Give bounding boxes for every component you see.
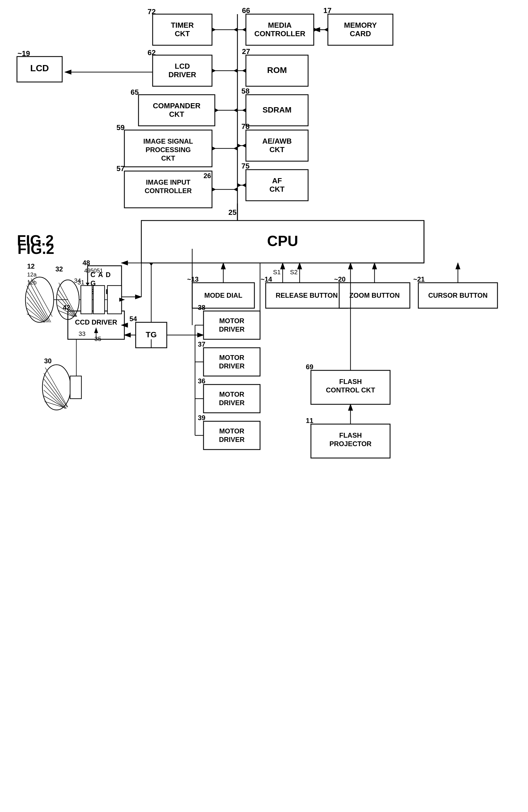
svg-line-184 <box>59 283 77 317</box>
svg-text:~19: ~19 <box>17 49 30 58</box>
svg-line-212 <box>45 402 63 407</box>
svg-text:MEDIA: MEDIA <box>268 21 292 29</box>
svg-marker-35 <box>212 146 216 150</box>
svg-line-207 <box>44 373 67 407</box>
svg-rect-4 <box>17 57 62 82</box>
svg-text:12: 12 <box>27 262 35 270</box>
svg-text:MODE DIAL: MODE DIAL <box>204 291 243 299</box>
svg-text:CKT: CKT <box>175 29 190 38</box>
svg-marker-74 <box>242 144 246 148</box>
svg-text:35: 35 <box>94 335 101 343</box>
svg-rect-214 <box>70 376 82 398</box>
svg-line-179 <box>27 314 44 322</box>
svg-text:CARD: CARD <box>350 29 371 38</box>
svg-point-171 <box>26 277 54 322</box>
svg-rect-59 <box>246 55 308 86</box>
svg-text:MOTOR: MOTOR <box>219 354 245 361</box>
svg-marker-13 <box>212 28 216 32</box>
svg-text:S1: S1 <box>273 269 281 276</box>
svg-marker-132 <box>149 263 153 266</box>
svg-text:54: 54 <box>130 315 137 323</box>
svg-rect-128 <box>136 322 167 348</box>
svg-text:LCD: LCD <box>30 63 49 73</box>
svg-marker-20 <box>212 69 216 73</box>
svg-text:38: 38 <box>198 304 205 311</box>
svg-point-183 <box>57 280 79 319</box>
svg-text:39: 39 <box>198 414 205 422</box>
svg-line-206 <box>45 367 68 407</box>
svg-text:30: 30 <box>44 357 52 365</box>
svg-text:ROM: ROM <box>267 65 287 75</box>
svg-marker-43 <box>212 187 216 191</box>
svg-text:69: 69 <box>306 363 313 371</box>
diagram-svg: LCD ~19 TIMER CKT 72 LCD DRIVER 62 COMPA… <box>0 0 528 812</box>
svg-marker-21 <box>234 69 237 73</box>
svg-rect-22 <box>138 95 215 126</box>
svg-marker-68 <box>242 108 246 112</box>
svg-text:65: 65 <box>131 88 139 97</box>
svg-text:FLASH: FLASH <box>339 378 362 386</box>
svg-text:25: 25 <box>229 208 237 217</box>
svg-text:~13: ~13 <box>187 275 199 283</box>
svg-text:DRIVER: DRIVER <box>219 436 245 443</box>
svg-rect-51 <box>328 14 393 45</box>
svg-rect-64 <box>246 95 308 126</box>
svg-rect-166 <box>311 424 390 458</box>
svg-text:48: 48 <box>83 259 90 266</box>
svg-rect-136 <box>204 311 260 339</box>
svg-line-186 <box>58 294 76 317</box>
svg-text:78: 78 <box>241 122 250 131</box>
svg-rect-69 <box>246 130 308 161</box>
svg-rect-195 <box>107 286 121 314</box>
svg-text:DRIVER: DRIVER <box>219 399 245 407</box>
svg-text:34: 34 <box>74 277 81 284</box>
svg-text:S2: S2 <box>290 269 298 276</box>
svg-rect-191 <box>81 286 92 314</box>
svg-rect-91 <box>266 283 348 308</box>
svg-line-211 <box>44 396 63 407</box>
svg-line-177 <box>27 303 45 322</box>
svg-text:D: D <box>106 271 111 278</box>
svg-text:49: 49 <box>84 267 90 274</box>
svg-text:36: 36 <box>198 377 205 385</box>
svg-text:TG: TG <box>146 330 157 339</box>
svg-marker-36 <box>234 146 237 150</box>
svg-marker-75 <box>237 144 241 148</box>
svg-text:IMAGE INPUT: IMAGE INPUT <box>146 178 191 186</box>
svg-rect-144 <box>204 385 260 413</box>
svg-text:~14: ~14 <box>261 275 272 283</box>
svg-marker-81 <box>242 183 246 187</box>
svg-rect-106 <box>88 266 121 328</box>
svg-text:S: S <box>90 288 95 295</box>
svg-text:ZOOM BUTTON: ZOOM BUTTON <box>349 291 400 299</box>
svg-text:AE/AWB: AE/AWB <box>262 137 292 145</box>
svg-text:C: C <box>90 271 95 278</box>
svg-rect-83 <box>141 220 424 263</box>
svg-text:PROJECTOR: PROJECTOR <box>329 440 372 448</box>
svg-marker-14 <box>234 28 237 32</box>
svg-line-173 <box>31 278 52 317</box>
svg-text:50: 50 <box>90 267 97 274</box>
svg-rect-102 <box>418 283 498 308</box>
svg-text:CKT: CKT <box>269 185 284 193</box>
svg-text:26: 26 <box>204 172 211 179</box>
svg-point-205 <box>42 365 71 410</box>
svg-rect-193 <box>93 286 105 314</box>
svg-rect-37 <box>124 171 212 208</box>
svg-text:SDRAM: SDRAM <box>263 105 292 114</box>
svg-marker-63 <box>242 69 246 73</box>
svg-text:MEMORY: MEMORY <box>344 21 377 29</box>
svg-text:COMPANDER: COMPANDER <box>153 102 201 110</box>
svg-marker-58 <box>324 28 328 32</box>
svg-line-178 <box>27 308 45 322</box>
svg-line-175 <box>27 291 48 322</box>
svg-marker-82 <box>237 183 241 187</box>
svg-marker-57 <box>314 28 318 32</box>
svg-rect-15 <box>152 55 212 86</box>
svg-marker-44 <box>234 187 237 191</box>
svg-line-210 <box>44 390 65 408</box>
svg-text:58: 58 <box>241 87 250 95</box>
svg-rect-98 <box>339 283 410 308</box>
svg-text:CCD DRIVER: CCD DRIVER <box>75 318 117 326</box>
svg-text:75: 75 <box>241 162 250 170</box>
